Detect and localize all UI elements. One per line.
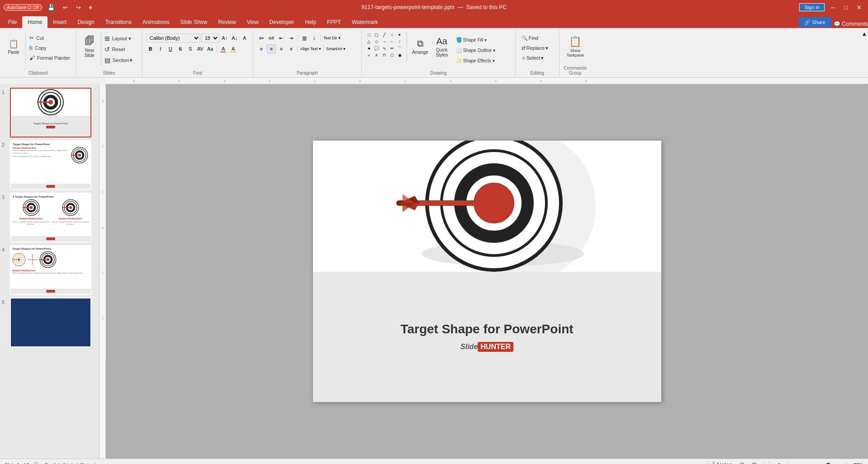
shape-arrow-right[interactable]: → [381,38,388,45]
font-name-dropdown[interactable]: Calibri (Body) [146,33,200,43]
highlight-color-button[interactable]: A [229,44,238,53]
tab-watermark[interactable]: Watermark [346,16,384,28]
italic-button[interactable]: I [156,44,165,53]
notes-button[interactable]: 📝 Notes [706,460,734,464]
signin-button[interactable]: Sign in [799,3,825,11]
show-taskpane-button[interactable]: 📋 ShowTaskpane [563,32,588,62]
cut-button[interactable]: ✂ Cut [27,33,72,43]
tab-transitions[interactable]: Transitions [100,16,137,28]
section-button[interactable]: ▤ Section ▾ [102,55,138,65]
tab-insert[interactable]: Insert [47,16,72,28]
close-button[interactable]: ✕ [854,3,864,12]
new-slide-button[interactable]: 🗐 NewSlide [80,32,99,62]
slide-item-1[interactable]: 1 [2,88,97,137]
increase-indent-button[interactable]: ⇥ [287,33,296,43]
slide-item-2[interactable]: 2 Target Shape for PowerPoint Sample Hea… [2,140,97,190]
justify-button[interactable]: ≡ [287,44,296,53]
shape-oval[interactable]: ○ [389,32,396,38]
slide-canvas[interactable]: Target Shape for PowerPoint Slide HUNTER [313,141,661,402]
zoom-in-button[interactable]: + [843,460,850,464]
shape-rect[interactable]: □ [365,32,373,38]
text-shadow-button[interactable]: S [186,44,195,53]
tab-slideshow[interactable]: Slide Show [175,16,213,28]
tab-developer[interactable]: Developer [264,16,300,28]
accessibility-check-button[interactable]: 🔍 [34,462,40,464]
clear-format-button[interactable]: A [240,33,249,43]
bold-button[interactable]: B [146,44,155,53]
slide-thumb-4[interactable]: Target Shapes for PowerPoint [10,245,91,295]
align-center-button[interactable]: ≡ [267,44,276,53]
shape-eq2[interactable]: ≠ [373,52,380,58]
shape-diamond[interactable]: ◇ [373,38,380,45]
paste-button[interactable]: 📋 Paste [4,32,24,62]
slide-item-3[interactable]: 3 2 Target Shapes for PowerPoint [2,193,97,242]
shape-star[interactable]: ★ [365,45,373,52]
minimize-button[interactable]: ─ [828,3,838,12]
align-text-button[interactable]: Align Text ▾ [300,44,322,53]
quick-styles-button[interactable]: Aa QuickStyles [432,32,452,62]
customize-qat-button[interactable]: ▾ [86,3,95,12]
underline-button[interactable]: U [166,44,175,53]
decrease-indent-button[interactable]: ⇤ [277,33,286,43]
redo-button[interactable]: ↪ [73,3,84,12]
autosave-toggle[interactable]: AutoSave Off [4,4,42,11]
shape-freeform[interactable]: ✏ [389,45,396,52]
arrange-button[interactable]: ⧉ Arrange [410,32,430,62]
shape-effects-button[interactable]: ✨ Shape Effects ▾ [454,56,498,65]
tab-review[interactable]: Review [213,16,241,28]
align-right-button[interactable]: ≡ [277,44,286,53]
tab-home[interactable]: Home [22,16,47,28]
convert-smartart-button[interactable]: SmartArt ▾ [326,44,346,53]
restore-button[interactable]: □ [841,3,850,12]
tab-animations[interactable]: Animations [137,16,175,28]
reading-view-button[interactable]: 📄 [762,460,773,464]
slide-thumb-2[interactable]: Target Shape for PowerPoint Sample Headi… [10,140,91,190]
slide-sorter-button[interactable]: ⊞ [750,460,759,464]
shape-line[interactable]: ╱ [381,32,388,38]
shape-outline-button[interactable]: ⬜ Shape Outline ▾ [454,46,498,55]
tab-help[interactable]: Help [299,16,322,28]
save-button[interactable]: 💾 [45,3,57,12]
char-spacing-button[interactable]: AV [196,44,205,53]
text-direction-button[interactable]: Text Dir ▾ [323,33,341,43]
shape-drop[interactable]: ◉ [396,52,403,58]
copy-button[interactable]: ⎘ Copy [27,43,72,52]
collapse-ribbon-button[interactable]: ▲ [862,31,867,37]
font-color-button[interactable]: A [219,44,228,53]
share-button[interactable]: 🔗 Share [799,17,830,27]
undo-button[interactable]: ↩ [60,3,71,12]
shape-more[interactable]: ▾ [396,32,403,38]
shape-fill-button[interactable]: 🪣 Shape Fill ▾ [454,35,498,44]
tab-file[interactable]: File [3,16,22,28]
line-spacing-button[interactable]: ↕ [310,33,319,43]
shape-sq[interactable]: ⊓ [381,52,388,58]
decrease-font-button[interactable]: A↓ [230,33,239,43]
slide-thumb-3[interactable]: 2 Target Shapes for PowerPoint [10,193,91,242]
slide-thumb-5[interactable] [10,298,91,347]
format-painter-button[interactable]: 🖌 Format Painter [27,53,72,62]
zoom-out-button[interactable]: − [792,460,800,464]
tab-design[interactable]: Design [72,16,100,28]
slide-item-5[interactable]: 5 [2,298,97,347]
columns-button[interactable]: ▥ [300,33,309,43]
normal-view-button[interactable]: ⊟ [738,460,746,464]
find-button[interactable]: 🔍 Find [519,33,555,43]
shape-triangle[interactable]: △ [365,38,373,45]
layout-button[interactable]: ⊞ Layout ▾ [102,33,138,43]
shape-arrow-up[interactable]: ↑ [396,38,403,45]
increase-font-button[interactable]: A↑ [220,33,229,43]
reset-button[interactable]: ↺ Reset [102,44,138,54]
shape-eq[interactable]: = [365,52,373,58]
slide-show-button[interactable]: ▶ [777,460,785,464]
numbering-button[interactable]: ≡# [267,33,276,43]
shape-conn[interactable]: ⌒ [396,45,403,52]
select-button[interactable]: ⊹ Select ▾ [519,53,555,62]
font-size-dropdown[interactable]: 18 [201,33,219,43]
shape-round-rect[interactable]: ▢ [373,32,380,38]
shape-hex[interactable]: ⬡ [389,52,396,58]
slide-view[interactable]: Target Shape for PowerPoint Slide HUNTER [106,84,868,459]
align-left-button[interactable]: ≡ [257,44,266,53]
shape-callout[interactable]: 💬 [373,45,380,52]
slide-panel[interactable]: 1 [0,84,100,459]
shape-curve[interactable]: ∿ [381,45,388,52]
